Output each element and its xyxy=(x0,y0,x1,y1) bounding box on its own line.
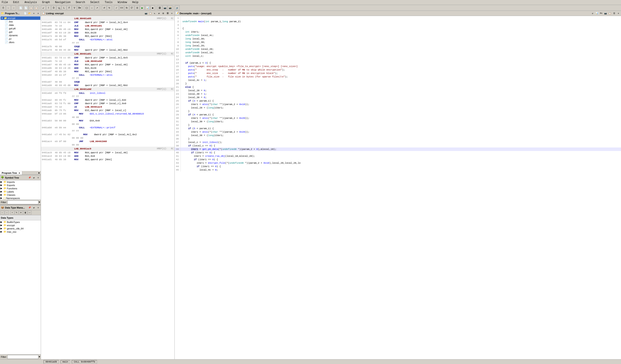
decompiler-close-btn[interactable]: ✕ xyxy=(617,12,620,15)
asm-401a9d[interactable]: 0401a9d e8 f6 f0 ff ff CALL init_libssl xyxy=(41,91,174,98)
dt-refresh-btn[interactable]: ↺ xyxy=(32,206,35,209)
decompiler-chart-btn[interactable]: 📊 xyxy=(595,12,599,15)
asm-401ab8[interactable]: 0401ab8 e8 bb ee ff ff CALL <EXTERNAL>::… xyxy=(41,126,174,133)
asm-401a7b[interactable]: 0401a7b 48 98 CDQE xyxy=(41,45,174,48)
toolbar-u-btn[interactable]: U͟ xyxy=(56,5,61,10)
listing-settings-btn[interactable]: ☰ xyxy=(166,12,169,15)
st-item-classes[interactable]: ▶ 📁 Classes xyxy=(0,193,41,196)
toolbar-i-btn[interactable]: I xyxy=(46,5,51,10)
toolbar-diamond-btn[interactable]: ◆ xyxy=(150,5,155,10)
toolbar-ref-btn[interactable]: ↗ xyxy=(95,5,99,10)
dt-minus-btn[interactable]: — xyxy=(28,211,32,215)
st-expand-functions[interactable]: ▶ xyxy=(0,187,3,190)
symbol-tree-pin-btn[interactable]: 📌 xyxy=(28,176,31,179)
toolbar-camera2-btn[interactable]: 📸 xyxy=(168,5,172,10)
toolbar-run-btn[interactable]: ▶ xyxy=(140,5,145,10)
st-item-imports[interactable]: ▶ 📁 Imports xyxy=(0,180,41,184)
tree-item-data[interactable]: 📄 .data xyxy=(0,23,40,27)
dt-expand-macosx[interactable]: ▶ xyxy=(0,230,3,233)
dt-fwd-btn[interactable]: → xyxy=(5,211,9,215)
toolbar-camera-btn[interactable]: 📷 xyxy=(163,5,167,10)
program-tree-new-btn[interactable]: 📄 xyxy=(23,12,27,15)
asm-401ac4[interactable]: 0401ac4 e9 9f 00 00 00 JMP LAB_00401b68 xyxy=(41,140,174,147)
asm-401aab[interactable]: 0401aab 8b 75 fc MOV ESI,dword ptr [RBP … xyxy=(41,109,174,112)
asm-401a76[interactable]: 0401a76 e8 bd ef ff ff CALL <EXTERNAL>::… xyxy=(41,38,174,45)
asm-401a85[interactable]: 0401a85 7e 16 JLE LAB_00401a9d xyxy=(41,60,174,63)
menu-tools[interactable]: Tools xyxy=(104,0,113,4)
asm-401a97[interactable]: 0401a97 48 98 CDQE xyxy=(41,80,174,84)
toolbar-fn-btn[interactable]: fn xyxy=(124,5,129,10)
asm-401aa9[interactable]: 0401aa9 74 1e JZ LAB_00401ac9 xyxy=(41,105,174,109)
listing-content[interactable]: LAB_00401a65 XREF[1]: 0( 0401a65 83 7d c… xyxy=(41,16,174,359)
dt-del2-btn[interactable]: 🗑 xyxy=(23,211,27,215)
listing-close-btn[interactable]: ✕ xyxy=(170,12,173,15)
toolbar-extra-btn[interactable]: 🔊 xyxy=(175,5,180,10)
tree-item-dynamic[interactable]: 📄 .dynamic xyxy=(0,34,40,37)
menu-file[interactable]: File xyxy=(1,0,9,4)
asm-401a7d[interactable]: 0401a7d 48 89 45 d8 MOV qword ptr [RBP +… xyxy=(41,48,174,52)
tree-item-jcr[interactable]: 📄 .jcr xyxy=(0,37,40,40)
decompiler-snapshot-btn[interactable]: 📷 xyxy=(604,12,607,15)
toolbar-back-btn[interactable]: ← xyxy=(6,5,11,10)
tree-item-gotplt[interactable]: 📄 .got.plt xyxy=(0,27,40,30)
decompiler-content[interactable]: 1 2 undefined4 main(int param_1,long par… xyxy=(175,16,621,359)
menu-select[interactable]: Select xyxy=(89,0,100,4)
program-tree-open-btn[interactable]: 📂 xyxy=(28,12,31,15)
asm-401abd[interactable]: 0401abd c7 45 bc 02 00 00 00 MOV dword p… xyxy=(41,133,174,140)
symbol-filter-btn[interactable]: ▼ xyxy=(39,200,40,204)
asm-401a6f[interactable]: 0401a6f 48 83 c0 20 ADD RAX,0x20 xyxy=(41,31,174,35)
toolbar-c2-btn[interactable]: Cᶠ xyxy=(130,5,134,10)
toolbar-v-btn[interactable]: V xyxy=(72,5,77,10)
asm-401a69[interactable]: 0401a69 7e 16 JLE LAB_00401a81 xyxy=(41,24,174,28)
listing-clone-btn[interactable]: 📋 xyxy=(149,12,152,15)
program-tree-close-btn[interactable]: ✕ xyxy=(36,12,40,15)
menu-analysis[interactable]: Analysis xyxy=(24,0,38,4)
listing-cursor-btn[interactable]: ↖ xyxy=(153,12,156,15)
menu-search[interactable]: Search xyxy=(75,0,86,4)
toolbar-d-btn[interactable]: D xyxy=(51,5,56,10)
asm-401a8b[interactable]: 0401a8b 48 83 c0 28 ADD RAX,0x28 xyxy=(41,67,174,70)
dt-edit-btn[interactable]: ✎ xyxy=(15,211,18,215)
asm-401ac9[interactable]: 0401ac9 48 8b 45 c0 MOV RAX,qword ptr [R… xyxy=(41,151,174,154)
asm-401aa2[interactable]: 0401aa2 89 45 fc MOV dword ptr [RBP + lo… xyxy=(41,98,174,102)
toolbar-co-btn[interactable]: CO xyxy=(119,5,124,10)
asm-401ad1[interactable]: 0401ad1 48 8b 38 MOV RDI,qword ptr [RAX] xyxy=(41,158,174,161)
symbol-tree-refresh-btn[interactable]: ↺ xyxy=(32,176,35,179)
dt-item-builtins[interactable]: ▶ 📁 BuiltInTypes xyxy=(0,220,41,224)
menu-window[interactable]: Window xyxy=(117,0,128,4)
toolbar-xref-btn[interactable]: ↔ xyxy=(89,5,94,10)
asm-401a65[interactable]: 0401a65 83 7d cc 04 CMP dword ptr [RBP +… xyxy=(41,21,174,24)
tree-item-got[interactable]: 📄 .got xyxy=(0,30,40,34)
toolbar-fwd-btn[interactable]: → xyxy=(11,5,16,10)
tab-program-tree[interactable]: Program Tree ✕ xyxy=(0,171,22,175)
st-item-namespaces[interactable]: ▶ { } Namespaces xyxy=(0,196,41,200)
dt-filter-btn[interactable]: ▼ xyxy=(39,355,40,359)
toolbar-check-btn[interactable]: ✓ xyxy=(114,5,119,10)
dt-item-encrypt[interactable]: ▶ 📁 encrypt xyxy=(0,224,41,227)
dt-filter-input[interactable] xyxy=(7,355,38,359)
toolbar-btn-4[interactable]: 📋 xyxy=(34,5,39,10)
toolbar-btn-1[interactable]: 📄 xyxy=(18,5,23,10)
dt-close-btn[interactable]: ✕ xyxy=(36,206,40,209)
menu-navigation[interactable]: Navigation xyxy=(54,0,71,4)
toolbar-f-btn[interactable]: F xyxy=(67,5,71,10)
decompiler-clone-btn[interactable]: 📋 xyxy=(608,12,612,15)
dt-item-clib[interactable]: ▶ 📁 generic_clib_64 xyxy=(0,227,41,230)
st-expand-exports[interactable]: ▶ xyxy=(0,184,3,187)
tree-item-dtors[interactable]: 📄 .dtors xyxy=(0,40,40,44)
toolbar-undo-btn[interactable]: ↙ xyxy=(41,5,46,10)
menu-graph[interactable]: Graph xyxy=(41,0,51,4)
symbol-tree-close-btn[interactable]: ✕ xyxy=(36,176,40,179)
asm-401a99[interactable]: 0401a99 48 89 45 d0 MOV qword ptr [RBP +… xyxy=(41,84,174,87)
toolbar-b-btn[interactable]: B▾ xyxy=(77,5,82,10)
dt-item-macosx[interactable]: ▶ 📁 mac_osx xyxy=(0,230,41,233)
toolbar-code-btn[interactable]: { } xyxy=(84,5,89,10)
toolbar-screenshot-btn[interactable]: 🖼 xyxy=(157,5,162,10)
st-expand-imports[interactable]: ▶ xyxy=(0,180,3,183)
tree-root-encrypt[interactable]: ▼ 📁 encrypt xyxy=(0,16,40,20)
toolbar-new-btn[interactable]: 🗒 xyxy=(1,5,6,10)
tab-arrow-right[interactable]: ▶ xyxy=(37,171,41,175)
listing-snapshot-btn[interactable]: 📷 xyxy=(144,12,148,15)
listing-nav-btn[interactable]: ⊡ xyxy=(161,12,165,15)
asm-401a92[interactable]: 0401a92 e8 a1 ef ff ff CALL <EXTERNAL>::… xyxy=(41,73,174,80)
